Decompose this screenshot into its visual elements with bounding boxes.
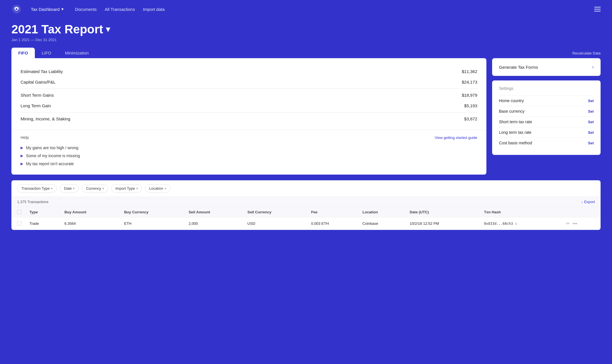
row-location: Coinbase	[359, 217, 406, 230]
summary-amount: $18,979	[462, 93, 477, 98]
transactions-table: Type Buy Amount Buy Currency Sell Amount…	[11, 207, 601, 230]
transactions-table-wrapper: Type Buy Amount Buy Currency Sell Amount…	[11, 207, 601, 230]
row-txn-hash: 0x833d...68ch3 ⧉	[480, 217, 562, 230]
help-guide-link[interactable]: View getting started guide	[435, 136, 477, 140]
nav-link-import-data[interactable]: Import data	[143, 7, 165, 12]
chevron-down-icon: ▾	[73, 187, 75, 190]
tab-fifo[interactable]: FIFO	[11, 48, 35, 58]
nav-link-all-transactions[interactable]: All Transactions	[105, 7, 135, 12]
settings-label: Base currency	[499, 109, 524, 114]
help-item-1[interactable]: ▶ Some of my income is missing	[21, 152, 477, 160]
copy-icon[interactable]: ⧉	[515, 222, 517, 225]
nav-brand-chevron: ▾	[61, 7, 64, 12]
content-row: Estimated Tax Liability $11,362 Capital …	[11, 58, 601, 175]
chevron-down-icon: ▾	[136, 187, 138, 190]
navbar: Tax Dashboard ▾ Documents All Transactio…	[0, 0, 612, 18]
generate-tax-forms-button[interactable]: Generate Tax Forms ›	[492, 58, 601, 76]
tab-lifo[interactable]: LIFO	[35, 48, 58, 58]
filter-import-type[interactable]: Import Type ▾	[111, 184, 142, 193]
col-txn-hash: Txn Hash	[480, 207, 562, 217]
filter-label: Transaction Type	[21, 186, 50, 191]
row-buy-currency: ETH	[120, 217, 185, 230]
more-options-icon[interactable]: •••	[573, 221, 577, 226]
right-panels: Generate Tax Forms › Settings Home count…	[492, 58, 601, 155]
help-arrow-icon: ▶	[21, 146, 23, 150]
page-subtitle: Jan 1 2021 — Dec 31 2021	[11, 38, 601, 42]
txn-hash-text: 0x833d...68ch3	[484, 222, 513, 226]
page-title-text: 2021 Tax Report	[11, 23, 103, 36]
table-row: Trade 6.3564 ETH 2,000 USD 0.003 ETH Coi…	[11, 217, 601, 230]
settings-content: Settings Home country Set Base currency …	[492, 80, 601, 155]
col-location: Location	[359, 207, 406, 217]
export-button[interactable]: ↓ Export	[581, 200, 595, 204]
row-checkbox-cell	[11, 217, 25, 230]
chevron-down-icon: ▾	[51, 187, 53, 190]
filter-label: Currency	[86, 186, 101, 191]
logo	[11, 4, 22, 14]
nav-brand[interactable]: Tax Dashboard ▾	[31, 7, 64, 12]
row-sell-amount: 2,000	[185, 217, 243, 230]
nav-links: Documents All Transactions Import data	[75, 7, 165, 12]
settings-set-home-country[interactable]: Set	[588, 99, 594, 103]
col-fee: Fee	[307, 207, 359, 217]
help-item-0[interactable]: ▶ My gains are too high / wrong	[21, 144, 477, 152]
recalculate-button[interactable]: Recalculate Data	[572, 51, 601, 58]
row-date-utc: 10/2/18 12:52 PM	[406, 217, 480, 230]
page-title-dropdown[interactable]: ▾	[106, 25, 110, 34]
nav-link-documents[interactable]: Documents	[75, 7, 97, 12]
help-item-label: Some of my income is missing	[26, 153, 80, 158]
filter-bar: Transaction Type ▾ Date ▾ Currency ▾ Imp…	[11, 180, 601, 197]
settings-row-home-country: Home country Set	[499, 95, 594, 106]
summary-row-capital-gains: Capital Gains/P&L $24,173	[21, 77, 477, 87]
filter-currency[interactable]: Currency ▾	[82, 184, 108, 193]
hamburger-menu[interactable]	[594, 7, 601, 11]
help-arrow-icon: ▶	[21, 154, 23, 158]
summary-label: Long Term Gain	[21, 103, 51, 108]
settings-set-short-term-rate[interactable]: Set	[588, 120, 594, 124]
filter-label: Location	[149, 186, 163, 191]
settings-row-cost-basis: Cost basis method Set	[499, 137, 594, 148]
help-arrow-icon: ▶	[21, 162, 23, 166]
chevron-down-icon: ▾	[165, 187, 166, 190]
help-label: Help	[21, 135, 29, 140]
summary-label: Estimated Tax Liability	[21, 69, 63, 74]
page-title: 2021 Tax Report ▾	[11, 23, 601, 36]
summary-amount: $11,362	[462, 69, 477, 74]
row-actions: ✏ •••	[566, 221, 597, 226]
summary-row-mining: Mining, Income, & Staking $3,672	[21, 114, 477, 124]
table-header-row: Type Buy Amount Buy Currency Sell Amount…	[11, 207, 601, 217]
filter-location[interactable]: Location ▾	[145, 184, 170, 193]
settings-card: Settings Home country Set Base currency …	[492, 80, 601, 155]
main-content: FIFO LIFO Minimization Recalculate Data …	[0, 48, 612, 241]
col-buy-currency: Buy Currency	[120, 207, 185, 217]
tab-minimization[interactable]: Minimization	[58, 48, 96, 58]
filter-label: Import Type	[115, 186, 135, 191]
settings-row-long-term-rate: Long term tax rate Set	[499, 127, 594, 137]
left-panel: Estimated Tax Liability $11,362 Capital …	[11, 58, 486, 175]
settings-set-base-currency[interactable]: Set	[588, 109, 594, 114]
summary-label: Mining, Income, & Staking	[21, 116, 70, 121]
edit-icon[interactable]: ✏	[566, 221, 570, 226]
col-date-utc: Date (UTC)	[406, 207, 480, 217]
help-item-label: My tax report isn't accurate	[26, 161, 74, 166]
nav-brand-label: Tax Dashboard	[31, 7, 60, 12]
summary-amount: $5,193	[464, 103, 477, 108]
filter-date[interactable]: Date ▾	[60, 184, 79, 193]
page-header: 2021 Tax Report ▾ Jan 1 2021 — Dec 31 20…	[0, 18, 612, 48]
summary-amount: $24,173	[462, 80, 477, 84]
row-checkbox[interactable]	[17, 221, 21, 226]
filter-transaction-type[interactable]: Transaction Type ▾	[17, 184, 57, 193]
tabs-bar: FIFO LIFO Minimization Recalculate Data	[11, 48, 601, 58]
col-checkbox	[11, 207, 25, 217]
help-item-2[interactable]: ▶ My tax report isn't accurate	[21, 160, 477, 168]
generate-tax-forms-arrow: ›	[592, 64, 594, 70]
settings-title: Settings	[499, 86, 594, 91]
chevron-down-icon: ▾	[102, 187, 104, 190]
settings-label: Cost basis method	[499, 141, 532, 145]
settings-label: Long term tax rate	[499, 130, 532, 135]
summary-label: Capital Gains/P&L	[21, 80, 56, 84]
select-all-checkbox[interactable]	[17, 210, 21, 214]
settings-set-cost-basis[interactable]: Set	[588, 141, 594, 145]
settings-label: Short term tax rate	[499, 120, 532, 124]
settings-set-long-term-rate[interactable]: Set	[588, 130, 594, 135]
